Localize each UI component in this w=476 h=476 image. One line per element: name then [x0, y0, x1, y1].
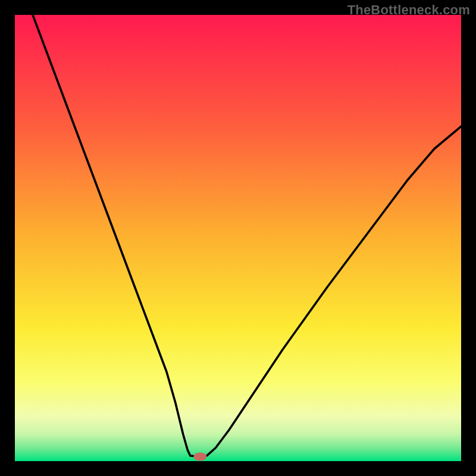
- gradient-background: [15, 15, 461, 461]
- watermark-text: TheBottleneck.com: [347, 2, 470, 18]
- optimal-point-marker: [193, 453, 206, 461]
- bottleneck-curve-chart: [15, 15, 461, 461]
- plot-area: [15, 15, 461, 461]
- chart-frame: TheBottleneck.com: [0, 0, 476, 476]
